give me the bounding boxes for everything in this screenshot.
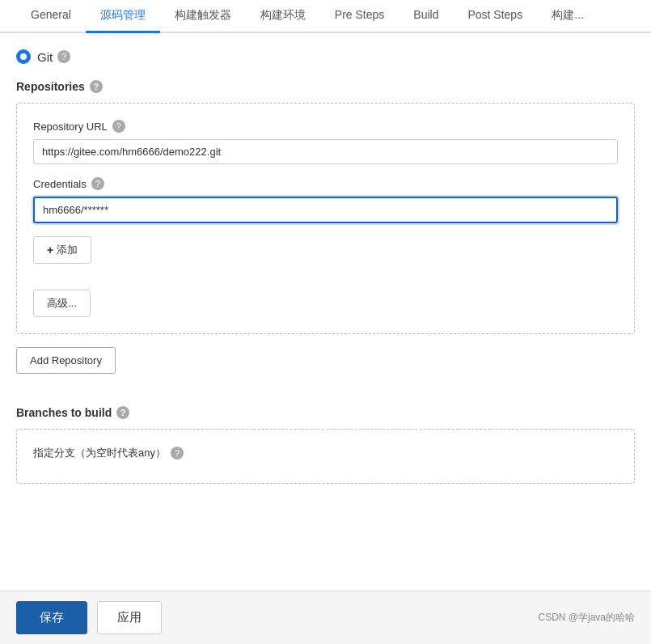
plus-icon: +: [47, 244, 53, 256]
bottom-bar-actions: 保存 应用: [16, 601, 162, 634]
branches-help-icon[interactable]: ?: [116, 406, 129, 419]
add-credential-button[interactable]: + 添加: [33, 236, 91, 264]
nav-tabs: General 源码管理 构建触发器 构建环境 Pre Steps Build …: [0, 0, 651, 33]
tab-env[interactable]: 构建环境: [246, 0, 320, 33]
tab-more[interactable]: 构建...: [537, 0, 598, 33]
repository-config-box: Repository URL ? Credentials ? + 添加 高级..…: [16, 103, 635, 334]
branches-title: Branches to build ?: [16, 406, 635, 419]
watermark: CSDN @学java的哈哈: [538, 611, 635, 625]
credentials-input[interactable]: [33, 197, 618, 223]
add-repository-label: Add Repository: [30, 354, 102, 366]
bottom-bar: 保存 应用 CSDN @学java的哈哈: [0, 591, 651, 644]
apply-label: 应用: [117, 610, 142, 625]
advanced-label: 高级...: [47, 296, 77, 311]
branch-help-icon[interactable]: ?: [171, 447, 184, 460]
git-help-icon[interactable]: ?: [57, 50, 70, 63]
git-section-header: Git ?: [16, 49, 635, 64]
tab-build[interactable]: Build: [399, 0, 453, 33]
git-label: Git: [37, 50, 53, 64]
main-content: Git ? Repositories ? Repository URL ? Cr…: [0, 33, 651, 484]
repositories-help-icon[interactable]: ?: [90, 80, 103, 93]
tab-presteps[interactable]: Pre Steps: [320, 0, 399, 33]
credentials-group: Credentials ?: [33, 177, 618, 223]
save-label: 保存: [40, 610, 64, 625]
repositories-title: Repositories ?: [16, 80, 635, 93]
repo-url-group: Repository URL ?: [33, 120, 618, 164]
tab-general[interactable]: General: [16, 0, 86, 33]
tab-source[interactable]: 源码管理: [86, 0, 160, 33]
repo-url-help-icon[interactable]: ?: [112, 120, 125, 133]
apply-button[interactable]: 应用: [97, 601, 162, 634]
tab-poststeps[interactable]: Post Steps: [453, 0, 537, 33]
save-button[interactable]: 保存: [16, 601, 87, 634]
tab-trigger[interactable]: 构建触发器: [160, 0, 246, 33]
add-credential-label: 添加: [57, 243, 78, 257]
credentials-label: Credentials ?: [33, 177, 618, 190]
branches-config-box: 指定分支（为空时代表any） ?: [16, 429, 635, 484]
branches-section: Branches to build ? 指定分支（为空时代表any） ?: [16, 406, 635, 484]
credentials-help-icon[interactable]: ?: [91, 177, 104, 190]
git-radio[interactable]: [16, 49, 31, 64]
add-repository-button[interactable]: Add Repository: [16, 347, 116, 374]
advanced-button[interactable]: 高级...: [33, 290, 91, 317]
repo-url-label: Repository URL ?: [33, 120, 618, 133]
repo-url-input[interactable]: [33, 139, 618, 164]
branch-field-label: 指定分支（为空时代表any） ?: [33, 446, 618, 460]
